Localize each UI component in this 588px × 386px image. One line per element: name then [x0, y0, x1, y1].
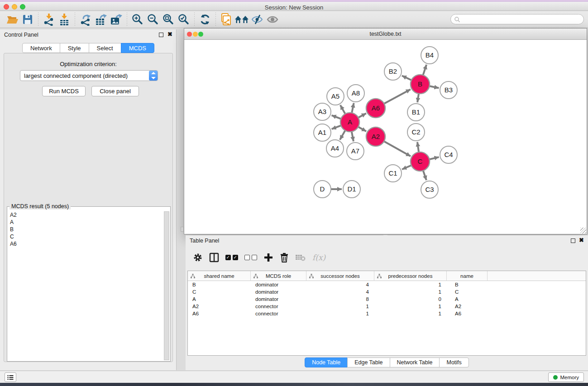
- dropdown-stepper-icon[interactable]: [149, 71, 158, 81]
- cell-shared-name[interactable]: A: [188, 295, 251, 303]
- zoom-out-button[interactable]: [145, 13, 161, 26]
- import-table-button[interactable]: [57, 13, 72, 26]
- cell-shared-name[interactable]: A2: [188, 303, 251, 310]
- zoom-fit-button[interactable]: [161, 13, 176, 26]
- table-settings-button[interactable]: [193, 251, 203, 264]
- tab-mcds[interactable]: MCDS: [121, 43, 154, 53]
- zoom-selected-button[interactable]: [176, 13, 191, 26]
- tab-select[interactable]: Select: [89, 43, 121, 53]
- table-panel-header[interactable]: Table Panel ✖: [186, 235, 588, 246]
- graph-node-A7[interactable]: A7: [347, 143, 364, 160]
- cell-name[interactable]: A: [447, 295, 488, 303]
- graph-node-B[interactable]: B: [411, 75, 430, 94]
- memory-button[interactable]: Memory: [548, 372, 584, 382]
- cell-predecessor-nodes[interactable]: 0: [374, 295, 447, 303]
- refresh-button[interactable]: [197, 13, 213, 26]
- graph-node-D[interactable]: D: [314, 181, 331, 198]
- result-scrollbar[interactable]: [164, 211, 169, 360]
- cell-successor-nodes[interactable]: 4: [306, 288, 374, 295]
- cell-shared-name[interactable]: A6: [188, 310, 251, 317]
- graph-node-B3[interactable]: B3: [440, 81, 457, 99]
- search-input[interactable]: [460, 16, 583, 23]
- cell-MCDS-role[interactable]: dominator: [251, 281, 306, 288]
- tab-network[interactable]: Network: [22, 43, 60, 53]
- tab-edge-table[interactable]: Edge Table: [347, 357, 390, 367]
- criterion-dropdown[interactable]: largest connected component (directed): [20, 70, 158, 81]
- cell-successor-nodes[interactable]: 1: [306, 303, 374, 310]
- graph-node-A3[interactable]: A3: [314, 103, 331, 120]
- cell-shared-name[interactable]: C: [188, 288, 251, 295]
- graph-node-C4[interactable]: C4: [440, 146, 457, 163]
- table-row[interactable]: Adominator80A: [188, 295, 586, 303]
- cell-predecessor-nodes[interactable]: 1: [374, 288, 447, 295]
- zoom-in-button[interactable]: [130, 13, 145, 26]
- show-hidden-button[interactable]: [265, 13, 280, 26]
- table-row[interactable]: Cdominator41C: [188, 288, 586, 295]
- cell-MCDS-role[interactable]: connector: [251, 303, 306, 310]
- tab-node-table[interactable]: Node Table: [305, 357, 348, 367]
- export-network-button[interactable]: [78, 13, 93, 26]
- table-row[interactable]: A2connector11A2: [188, 303, 586, 310]
- column-header-MCDS-role[interactable]: MCDS role: [251, 271, 306, 281]
- float-panel-icon[interactable]: [159, 33, 163, 37]
- search-field[interactable]: [450, 14, 584, 24]
- graph-node-C2[interactable]: C2: [407, 124, 425, 141]
- main-titlebar[interactable]: Session: New Session: [0, 2, 588, 11]
- graph-node-B4[interactable]: B4: [421, 47, 438, 64]
- graph-node-A2[interactable]: A2: [366, 127, 385, 146]
- close-panel-button[interactable]: Close panel: [91, 86, 139, 96]
- graph-node-A8[interactable]: A8: [347, 85, 364, 102]
- cell-MCDS-role[interactable]: connector: [251, 310, 306, 317]
- cell-name[interactable]: A2: [447, 303, 488, 310]
- column-header-name[interactable]: name: [447, 271, 488, 281]
- graph-node-A4[interactable]: A4: [326, 140, 344, 157]
- tab-network-table[interactable]: Network Table: [390, 357, 440, 367]
- graph-node-B1[interactable]: B1: [407, 104, 425, 121]
- cell-predecessor-nodes[interactable]: 1: [374, 310, 447, 317]
- node-table[interactable]: shared nameMCDS rolesuccessor nodesprede…: [187, 271, 586, 356]
- result-item[interactable]: C: [10, 233, 17, 240]
- graph-node-B2[interactable]: B2: [384, 63, 402, 80]
- open-file-button[interactable]: [5, 13, 20, 26]
- delete-column-button[interactable]: [280, 251, 289, 264]
- export-image-button[interactable]: [109, 13, 124, 26]
- result-item[interactable]: A6: [10, 240, 17, 248]
- graph-node-A[interactable]: A: [340, 113, 359, 132]
- home-layout-button[interactable]: [234, 13, 249, 26]
- close-panel-icon[interactable]: ✖: [167, 31, 172, 38]
- cell-successor-nodes[interactable]: 4: [306, 281, 374, 288]
- graph-node-C[interactable]: C: [411, 152, 430, 171]
- tab-motifs[interactable]: Motifs: [439, 357, 468, 367]
- cell-name[interactable]: B: [447, 281, 488, 288]
- cell-shared-name[interactable]: B: [188, 281, 251, 288]
- column-header-predecessor-nodes[interactable]: predecessor nodes: [374, 271, 447, 281]
- result-item[interactable]: B: [10, 226, 17, 233]
- cell-predecessor-nodes[interactable]: 1: [374, 303, 447, 310]
- tab-style[interactable]: Style: [60, 43, 89, 53]
- table-row[interactable]: A6connector11A6: [188, 310, 586, 317]
- cell-successor-nodes[interactable]: 1: [306, 310, 374, 317]
- graph-node-C3[interactable]: C3: [421, 181, 438, 198]
- run-mcds-button[interactable]: Run MCDS: [42, 86, 86, 96]
- network-window-titlebar[interactable]: testGlobe.txt: [184, 29, 587, 40]
- window-resize-grip[interactable]: [580, 228, 586, 234]
- cell-successor-nodes[interactable]: 8: [306, 295, 374, 303]
- export-table-button[interactable]: [93, 13, 109, 26]
- graph-node-A1[interactable]: A1: [314, 124, 331, 141]
- mcds-result-list[interactable]: A2ABCA6: [10, 211, 17, 248]
- hide-unhide-button[interactable]: [249, 13, 265, 26]
- graph-node-D1[interactable]: D1: [343, 181, 360, 198]
- graph-node-A6[interactable]: A6: [366, 99, 385, 118]
- cell-MCDS-role[interactable]: dominator: [251, 295, 306, 303]
- column-header-shared-name[interactable]: shared name: [188, 271, 251, 281]
- select-all-columns-button[interactable]: [225, 251, 238, 264]
- cell-predecessor-nodes[interactable]: 1: [374, 281, 447, 288]
- cell-name[interactable]: C: [447, 288, 488, 295]
- show-columns-button[interactable]: [209, 251, 219, 264]
- task-history-button[interactable]: [5, 372, 16, 382]
- desktop-vscroll-nub[interactable]: [181, 227, 184, 232]
- cell-MCDS-role[interactable]: dominator: [251, 288, 306, 295]
- graph-node-A5[interactable]: A5: [327, 88, 344, 105]
- control-panel-header[interactable]: Control Panel ✖: [0, 29, 176, 40]
- new-network-from-selection-button[interactable]: [219, 13, 234, 26]
